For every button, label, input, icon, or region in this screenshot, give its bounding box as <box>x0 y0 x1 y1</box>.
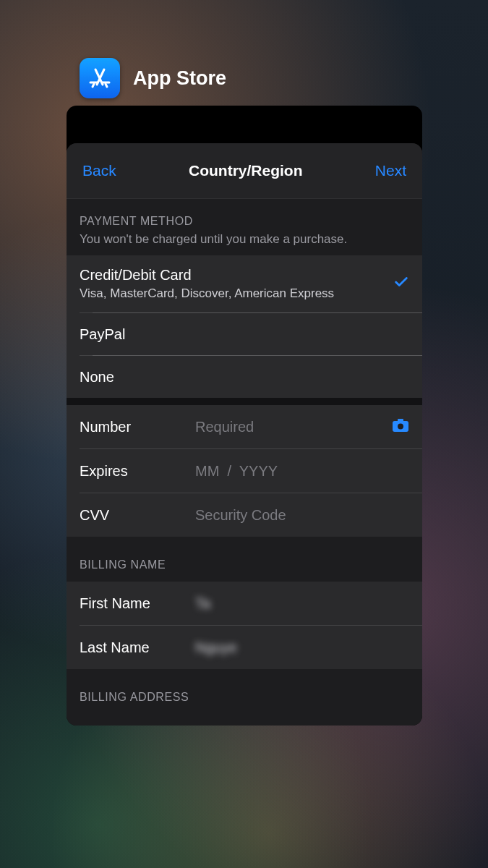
card-number-input[interactable] <box>195 419 392 435</box>
card-cvv-input[interactable] <box>195 507 409 524</box>
last-name-row[interactable]: Last Name Nguye <box>67 626 422 669</box>
last-name-label: Last Name <box>80 639 195 656</box>
method-paypal-row[interactable]: PayPal <box>67 313 422 355</box>
method-none-row[interactable]: None <box>67 356 422 398</box>
navbar: Back Country/Region Next <box>67 143 422 199</box>
app-title: App Store <box>133 67 226 90</box>
first-name-label: First Name <box>80 595 195 612</box>
card-number-row[interactable]: Number <box>67 405 422 448</box>
billing-address-header: BILLING ADDRESS <box>67 669 422 726</box>
method-none-title: None <box>80 369 409 386</box>
app-card[interactable]: Back Country/Region Next PAYMENT METHOD … <box>67 106 422 726</box>
svg-line-5 <box>106 84 107 87</box>
number-label: Number <box>80 419 195 435</box>
billing-name-header: BILLING NAME <box>67 537 422 582</box>
svg-point-8 <box>398 424 403 430</box>
app-switcher-header: App Store <box>80 58 226 98</box>
card-cvv-row[interactable]: CVV <box>67 493 422 537</box>
method-card-subtitle: Visa, MasterCard, Discover, American Exp… <box>80 286 393 301</box>
card-expires-input[interactable] <box>195 463 409 480</box>
billing-name-group: First Name Ta Last Name Nguye <box>67 582 422 669</box>
method-card-row[interactable]: Credit/Debit Card Visa, MasterCard, Disc… <box>67 255 422 312</box>
card-fields-group: Number Expires CVV <box>67 405 422 537</box>
app-store-icon <box>80 58 120 98</box>
checkmark-icon <box>393 274 409 294</box>
card-expires-row[interactable]: Expires <box>67 449 422 493</box>
svg-line-4 <box>93 84 94 87</box>
next-button[interactable]: Next <box>375 162 406 179</box>
section-title: PAYMENT METHOD <box>80 215 409 228</box>
expires-label: Expires <box>80 463 195 480</box>
payment-method-header: PAYMENT METHOD You won't be charged unti… <box>67 199 422 255</box>
camera-icon[interactable] <box>392 418 409 435</box>
cvv-label: CVV <box>80 507 195 524</box>
back-button[interactable]: Back <box>82 162 116 179</box>
method-card-title: Credit/Debit Card <box>80 267 393 284</box>
nav-title: Country/Region <box>189 162 303 179</box>
section-subtitle: You won't be charged until you make a pu… <box>80 232 409 247</box>
modal-sheet: Back Country/Region Next PAYMENT METHOD … <box>67 143 422 726</box>
first-name-value: Ta <box>195 595 210 612</box>
last-name-value: Nguye <box>195 639 237 656</box>
svg-rect-7 <box>398 419 403 422</box>
method-paypal-title: PayPal <box>80 326 409 343</box>
first-name-row[interactable]: First Name Ta <box>67 582 422 625</box>
payment-method-group: Credit/Debit Card Visa, MasterCard, Disc… <box>67 255 422 398</box>
